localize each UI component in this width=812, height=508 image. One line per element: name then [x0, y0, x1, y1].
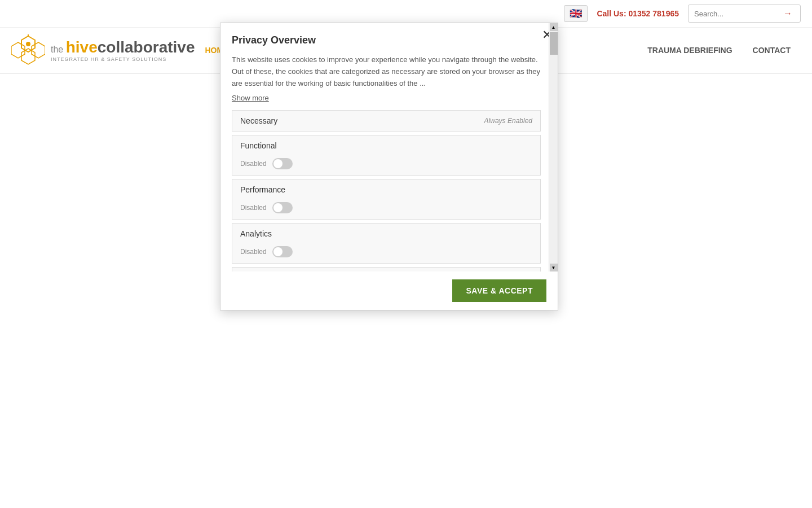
search-input[interactable] — [689, 6, 779, 21]
scrollbar-down-button[interactable]: ▼ — [550, 264, 558, 271]
scrollbar-thumb[interactable] — [550, 32, 558, 55]
performance-label: Disabled — [240, 204, 267, 212]
functional-toggle[interactable] — [272, 158, 293, 169]
svg-marker-1 — [21, 49, 35, 64]
svg-marker-3 — [32, 42, 45, 58]
nav-item-contact[interactable]: CONTACT — [743, 40, 801, 60]
logo-icon — [11, 33, 45, 67]
analytics-title: Analytics — [240, 229, 272, 238]
functional-body: Disabled — [232, 156, 540, 175]
performance-toggle[interactable] — [272, 202, 293, 213]
modal-scrollbar: ▲ ▼ — [549, 23, 558, 271]
advertisement-header: Advertisement — [232, 268, 540, 271]
cookie-section-performance: Performance Disabled — [232, 179, 541, 220]
cookie-section-functional: Functional Disabled — [232, 135, 541, 176]
cookie-section-necessary: Necessary Always Enabled — [232, 110, 541, 132]
scrollbar-track — [550, 31, 558, 264]
search-bar: → — [688, 5, 801, 23]
flag-button[interactable]: 🇬🇧 — [564, 5, 588, 22]
necessary-title: Necessary — [240, 116, 277, 125]
modal-scroll-area: ✕ Privacy Overview This website uses coo… — [220, 23, 558, 271]
analytics-label: Disabled — [240, 248, 267, 256]
always-enabled-badge: Always Enabled — [484, 117, 532, 125]
cookie-section-advertisement: Advertisement Disabled — [232, 267, 541, 271]
analytics-body: Disabled — [232, 244, 540, 263]
functional-label: Disabled — [240, 160, 267, 168]
analytics-toggle[interactable] — [272, 246, 293, 257]
modal-title: Privacy Overview — [232, 34, 541, 46]
scrollbar-up-button[interactable]: ▲ — [550, 23, 558, 31]
save-accept-button[interactable]: SAVE & ACCEPT — [452, 279, 546, 302]
analytics-header: Analytics — [232, 224, 540, 244]
modal-content: Privacy Overview This website uses cooki… — [220, 23, 558, 271]
show-more-link[interactable]: Show more — [232, 94, 269, 102]
logo-text: the hivecollaborative INTEGRATED HR & SA… — [51, 38, 195, 62]
privacy-modal: ✕ Privacy Overview This website uses coo… — [220, 23, 558, 310]
flag-icon: 🇬🇧 — [570, 7, 582, 20]
call-us-text: Call Us: 01352 781965 — [597, 9, 679, 18]
modal-footer: SAVE & ACCEPT — [220, 271, 558, 310]
logo-area: the hivecollaborative INTEGRATED HR & SA… — [11, 33, 195, 67]
performance-body: Disabled — [232, 200, 540, 219]
logo-main: the hivecollaborative — [51, 38, 195, 56]
performance-title: Performance — [240, 185, 285, 194]
logo-sub: INTEGRATED HR & SAFETY SOLUTIONS — [51, 56, 195, 62]
search-button[interactable]: → — [779, 5, 797, 22]
svg-point-4 — [27, 42, 30, 46]
cookie-section-analytics: Analytics Disabled — [232, 223, 541, 264]
nav-item-trauma[interactable]: TRAUMA DEBRIEFING — [637, 40, 742, 60]
functional-title: Functional — [240, 141, 277, 150]
performance-header: Performance — [232, 179, 540, 200]
functional-header: Functional — [232, 135, 540, 156]
analytics-slider — [272, 246, 293, 257]
performance-slider — [272, 202, 293, 213]
modal-description: This website uses cookies to improve you… — [232, 54, 541, 89]
svg-marker-2 — [11, 42, 25, 58]
functional-slider — [272, 158, 293, 169]
